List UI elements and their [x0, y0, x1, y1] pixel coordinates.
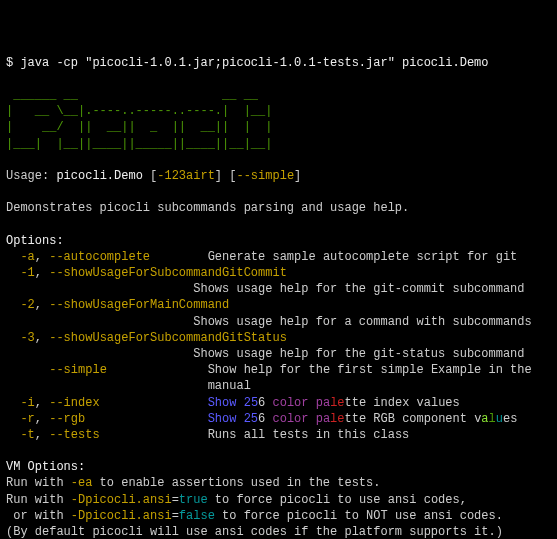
command-line: java -cp "picocli-1.0.1.jar;picocli-1.0.…	[20, 56, 488, 70]
flag: -Dpicocli.ansi	[71, 493, 172, 507]
text: Run with	[6, 493, 71, 507]
word: color	[273, 396, 309, 410]
flag: -ea	[71, 476, 93, 490]
word: pa	[316, 396, 330, 410]
word: tte	[345, 412, 367, 426]
options-list: -a, --autocomplete Generate sample autoc…	[6, 249, 551, 395]
bracket: [	[143, 169, 157, 183]
opt-desc: manual	[208, 379, 251, 393]
word: 25	[244, 396, 258, 410]
text: to enable assertions used in the tests.	[92, 476, 380, 490]
opt-short: -3	[20, 331, 34, 345]
word: 6	[258, 412, 265, 426]
opt-desc: Runs all tests in this class	[208, 428, 410, 442]
opt-short: -t	[20, 428, 34, 442]
bracket: ]	[294, 169, 301, 183]
vm-options-header: VM Options:	[6, 460, 85, 474]
text: Run with	[6, 476, 71, 490]
opt-short: -r	[20, 412, 34, 426]
option-row: -t, --tests Runs all tests in this class	[6, 428, 409, 442]
word: Show	[208, 412, 237, 426]
opt-short: -i	[20, 396, 34, 410]
opt-short: -1	[20, 266, 34, 280]
opt-desc: Shows usage help for the git-status subc…	[193, 347, 524, 361]
text: =	[172, 509, 179, 523]
word: index values	[366, 396, 460, 410]
opt-desc: Shows usage help for the git-commit subc…	[193, 282, 524, 296]
word: u	[496, 412, 503, 426]
usage-shortopts: -123airt	[157, 169, 215, 183]
word: RGB component v	[366, 412, 481, 426]
word: pa	[316, 412, 330, 426]
flag: -Dpicocli.ansi	[71, 509, 172, 523]
opt-desc: Show help for the first simple Example i…	[208, 363, 532, 377]
opt-long: --rgb	[49, 412, 85, 426]
prompt: $	[6, 56, 20, 70]
word: 6	[258, 396, 265, 410]
word: Show	[208, 396, 237, 410]
opt-long: --showUsageForSubcommandGitCommit	[49, 266, 287, 280]
value: true	[179, 493, 208, 507]
bracket: ] [	[215, 169, 237, 183]
description: Demonstrates picocli subcommands parsing…	[6, 201, 409, 215]
ascii-logo: ______ __ __ __ | __ \__|.----..-----..-…	[6, 88, 272, 151]
text: to force picocli to use ansi codes,	[208, 493, 467, 507]
opt-desc: Shows usage help for a command with subc…	[193, 315, 531, 329]
vm-line: or with -Dpicocli.ansi=false to force pi…	[6, 509, 503, 523]
usage-label: Usage:	[6, 169, 56, 183]
opt-short: -a	[20, 250, 34, 264]
option-row: -i, --index Show 256 color palette index…	[6, 396, 460, 410]
text: or with	[6, 509, 71, 523]
vm-line: (By default picocli will use ansi codes …	[6, 525, 503, 539]
word: 25	[244, 412, 258, 426]
opt-long: --index	[49, 396, 99, 410]
word: le	[330, 412, 344, 426]
value: false	[179, 509, 215, 523]
option-row: -r, --rgb Show 256 color palette RGB com…	[6, 412, 517, 426]
opt-long: --simple	[49, 363, 107, 377]
word: color	[272, 412, 308, 426]
word: l	[489, 412, 496, 426]
word: es	[503, 412, 517, 426]
opt-long: --tests	[49, 428, 99, 442]
text: =	[172, 493, 179, 507]
word: a	[481, 412, 488, 426]
opt-long: --showUsageForSubcommandGitStatus	[49, 331, 287, 345]
word: le	[330, 396, 344, 410]
vm-line: Run with -Dpicocli.ansi=true to force pi…	[6, 493, 467, 507]
word: tte	[345, 396, 367, 410]
opt-desc: Generate sample autocomplete script for …	[208, 250, 518, 264]
opt-long: --autocomplete	[49, 250, 150, 264]
opt-short: -2	[20, 298, 34, 312]
text: to force picocli to NOT use ansi codes.	[215, 509, 503, 523]
options-header: Options:	[6, 234, 64, 248]
terminal[interactable]: $ java -cp "picocli-1.0.1.jar;picocli-1.…	[6, 55, 551, 539]
usage-longopt: --simple	[236, 169, 294, 183]
usage-command: picocli.Demo	[56, 169, 142, 183]
opt-long: --showUsageForMainCommand	[49, 298, 229, 312]
vm-line: Run with -ea to enable assertions used i…	[6, 476, 380, 490]
